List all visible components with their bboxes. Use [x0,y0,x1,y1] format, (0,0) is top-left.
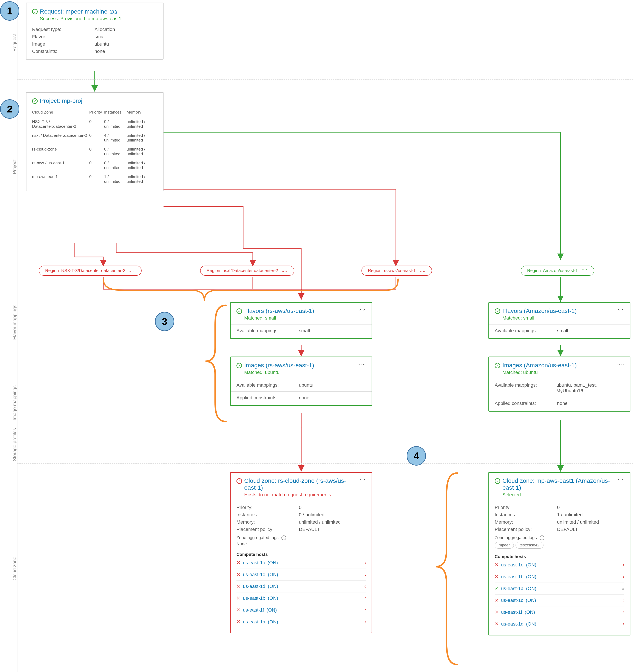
host-state: (ON) [268,560,278,566]
rail-label-project: Project [12,160,18,174]
cell: 4 / unlimited [104,131,126,145]
x-icon: ✕ [236,560,240,566]
rail-label-flavor: Flavor mappings [12,305,18,340]
label: Constraints: [32,49,88,54]
label: Instances: [236,512,292,518]
compute-host-row[interactable]: ✕us-east-1c (ON)‹ [495,595,624,606]
x-icon: ✕ [236,584,240,589]
error-circle-icon: ! [236,478,242,484]
compute-host-row[interactable]: ✕us-east-1b (ON)‹ [495,571,624,583]
compute-host-row[interactable]: ✕us-east-1f (ON)‹ [236,604,366,616]
zone-b-title: Cloud zone: mp-aws-east1 (Amazon/us-east… [502,477,617,491]
chevron-left-icon[interactable]: ‹ [623,609,624,615]
collapse-icon[interactable]: ⌃⌃ [359,477,366,485]
info-icon[interactable]: i [281,535,286,540]
host-name: us-east-1e [501,562,523,568]
chevron-left-icon[interactable]: ‹ [365,607,366,613]
hosts-label: Compute hosts [495,554,624,559]
x-icon: ✕ [495,562,498,568]
request-title: Request: mpeer-machine-גגג [40,8,121,15]
region-pill-2[interactable]: Region: nsxt/Datacenter:datacenter-2 ⌄⌄ [200,266,294,276]
label: Applied constraints: [236,395,292,401]
chevron-down-icon: ⌄⌄ [419,268,426,273]
label: Memory: [236,519,292,525]
chevron-down-icon: ⌄⌄ [129,268,135,273]
compute-host-row[interactable]: ✕us-east-1d (ON)‹ [495,618,624,630]
cell: 0 [89,172,104,186]
label: Available mappings: [495,328,550,334]
value: none [557,401,568,406]
value: small [299,328,310,334]
x-icon: ✕ [236,619,240,625]
chevron-left-icon[interactable]: ‹ [623,621,624,627]
flavors-b-sub: Matched: small [502,315,577,321]
compute-host-row[interactable]: ✕us-east-1a (ON)‹ [236,616,366,628]
compute-host-row[interactable]: ✕us-east-1f (ON)‹ [495,606,624,618]
value: 1 / unlimited [557,512,583,518]
compute-host-row[interactable]: ✕us-east-1c (ON)‹ [236,557,366,569]
label: Request type: [32,27,88,32]
request-status: Success: Provisioned to mp-aws-east1 [40,16,121,22]
images-a-sub: Matched: ubuntu [244,370,314,375]
compute-host-row[interactable]: ✕us-east-1e (ON)‹ [495,559,624,571]
zone-a-title: Cloud zone: rs-cloud-zone (rs-aws/us-eas… [244,477,359,491]
col-instances: Instances [104,108,126,117]
collapse-icon[interactable]: ⌃⌃ [617,477,624,485]
images-card-b: ✓ Images (Amazon/us-east-1) Matched: ubu… [488,357,630,412]
callout-2: 2 [0,99,19,119]
info-icon[interactable]: i [540,535,544,540]
compute-host-row[interactable]: ✕us-east-1e (ON)‹ [236,569,366,581]
label: Flavor: [32,34,88,40]
host-state: (ON) [526,586,536,591]
collapse-icon[interactable]: ⌃⌃ [359,308,366,315]
chevron-left-icon[interactable]: ‹ [623,562,624,568]
cell: unlimited / unlimited [126,131,157,145]
cell: unlimited / unlimited [126,159,157,172]
region-pill-1[interactable]: Region: NSX-T-3/Datacenter:datacenter-2 … [39,266,142,276]
section-divider [17,254,633,254]
table-row: rs-cloud-zone00 / unlimitedunlimited / u… [32,145,157,159]
cell: 0 [89,145,104,159]
host-state: (ON) [268,619,278,625]
label: Placement policy: [236,527,292,532]
cell: 0 [89,159,104,172]
host-state: (ON) [266,607,277,613]
x-icon: ✕ [236,572,240,577]
value: 0 [299,505,301,510]
tags-label: Zone aggregated tags: [236,535,280,540]
collapse-icon[interactable]: ⌃⌃ [359,362,366,369]
compute-host-row[interactable]: ✕us-east-1d (ON)‹ [236,581,366,593]
cell: 0 / unlimited [104,145,126,159]
value: unlimited / unlimited [299,519,341,525]
tags-label: Zone aggregated tags: [495,535,538,540]
chevron-left-icon[interactable]: ‹ [365,560,366,566]
host-name: us-east-1c [501,598,523,603]
compute-host-row[interactable]: ✓us-east-1a (ON)« [495,583,624,595]
chevron-left-icon[interactable]: ‹ [365,584,366,589]
check-circle-icon: ✓ [495,363,500,368]
host-name: us-east-1f [501,609,522,615]
chevron-left-icon[interactable]: ‹ [365,572,366,577]
chevron-left-icon[interactable]: ‹ [623,598,624,603]
x-icon: ✕ [495,609,498,615]
collapse-icon[interactable]: ⌃⌃ [617,362,624,369]
region-pill-4[interactable]: Region: Amazon/us-east-1 ⌃⌃ [521,266,594,276]
host-name: us-east-1b [243,596,265,601]
chevron-left-icon[interactable]: ‹ [365,596,366,601]
host-name: us-east-1d [243,584,265,589]
cell: 1 / unlimited [104,172,126,186]
chevron-left-icon[interactable]: ‹ [365,619,366,625]
compute-host-row[interactable]: ✕us-east-1b (ON)‹ [236,593,366,604]
chevron-left-icon[interactable]: « [622,586,624,591]
rail-label-image: Image mappings [12,385,18,421]
chevron-left-icon[interactable]: ‹ [623,574,624,579]
flavors-card-a: ✓ Flavors (rs-aws/us-east-1) Matched: sm… [230,302,372,339]
flavaors-title Altitle: Flavors (rs-aws/us-east-1) [244,308,314,314]
table-row: NSX-T-3 / Datacenter:datacenter-200 / un… [32,117,157,131]
region-pill-3[interactable]: Region: rs-aws/us-east-1 ⌄⌄ [361,266,432,276]
cell: nsxt / Datacenter:datacenter-2 [32,131,89,145]
collapse-icon[interactable]: ⌃⌃ [617,308,624,315]
cloud-zone-card-b: ✓ Cloud zone: mp-aws-east1 (Amazon/us-ea… [488,472,630,635]
check-circle-icon: ✓ [236,308,242,314]
region-label: Region: nsxt/Datacenter:datacenter-2 [207,268,278,273]
